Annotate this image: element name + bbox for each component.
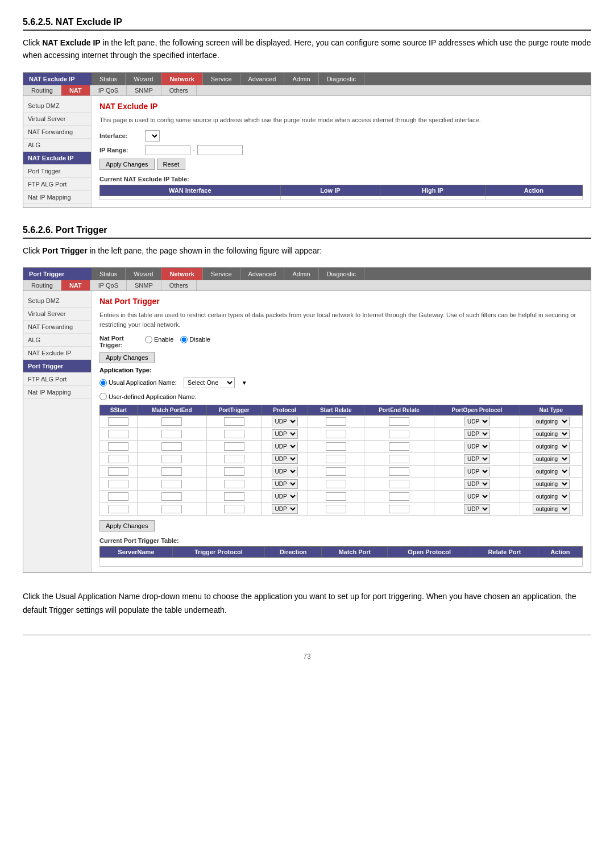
td-portopen-3[interactable]: UDPTCPBoth [434,453,520,466]
td-proto1-3[interactable]: UDPTCPBoth [262,453,308,466]
porttrigger-input-1[interactable] [224,430,244,438]
td-nattype-2[interactable]: outgoingincoming [520,441,582,453]
sidebar-nat-ip-mapping-1[interactable]: Nat IP Mapping [23,191,91,204]
sub-nat-1[interactable]: NAT [61,85,90,95]
nattype-select-2[interactable]: outgoingincoming [533,442,570,451]
nav-network-2[interactable]: Network [161,268,202,280]
proto1-select-3[interactable]: UDPTCPBoth [272,454,298,464]
sidebar-nat-ip-mapping-2[interactable]: Nat IP Mapping [23,386,91,399]
td-nattype-3[interactable]: outgoingincoming [520,453,582,466]
td-matchend-1[interactable] [137,428,206,441]
sstart-input-4[interactable] [108,467,128,476]
sidebar-nat-forwarding-2[interactable]: NAT Forwarding [23,321,91,334]
startrelate-input-4[interactable] [326,467,346,476]
startrelate-input-2[interactable] [326,442,346,451]
portendrelate-input-1[interactable] [389,430,409,438]
matchend-input-7[interactable] [161,505,182,513]
td-sstart-6[interactable] [100,491,138,503]
apply-changes-btn-1[interactable]: Apply Changes [99,159,155,170]
sidebar-virtual-server-1[interactable]: Virtual Server [23,113,91,126]
porttrigger-input-7[interactable] [224,505,244,513]
usual-app-radio-label[interactable]: Usual Application Name: [99,379,177,387]
nav-diagnostic-1[interactable]: Diagnostic [319,73,364,85]
td-nattype-5[interactable]: outgoingincoming [520,478,582,491]
td-proto1-1[interactable]: UDPTCPBoth [262,428,308,441]
nav-advanced-1[interactable]: Advanced [240,73,285,85]
nav-admin-2[interactable]: Admin [284,268,318,280]
sidebar-nat-exclude-ip-1[interactable]: NAT Exclude IP [23,152,91,165]
portendrelate-input-6[interactable] [389,492,409,501]
td-portendrelate-5[interactable] [364,478,434,491]
disable-radio[interactable] [180,336,188,343]
portopen-select-2[interactable]: UDPTCPBoth [464,442,490,451]
startrelate-input-6[interactable] [326,492,346,501]
proto1-select-5[interactable]: UDPTCPBoth [272,479,298,489]
td-portopen-0[interactable]: UDPTCPBoth [434,416,520,428]
sidebar-alg-1[interactable]: ALG [23,139,91,152]
td-sstart-5[interactable] [100,478,138,491]
portendrelate-input-4[interactable] [389,467,409,476]
td-nattype-0[interactable]: outgoingincoming [520,416,582,428]
td-proto1-4[interactable]: UDPTCPBoth [262,466,308,478]
proto1-select-6[interactable]: UDPTCPBoth [272,492,298,501]
sub-nat-2[interactable]: NAT [61,280,90,290]
matchend-input-5[interactable] [161,480,182,488]
td-nattype-1[interactable]: outgoingincoming [520,428,582,441]
td-startrelate-0[interactable] [308,416,364,428]
sstart-input-6[interactable] [108,492,128,501]
sub-routing-1[interactable]: Routing [23,85,61,95]
sstart-input-5[interactable] [108,480,128,488]
td-portopen-6[interactable]: UDPTCPBoth [434,491,520,503]
nav-advanced-2[interactable]: Advanced [240,268,285,280]
portendrelate-input-7[interactable] [389,505,409,513]
td-startrelate-2[interactable] [308,441,364,453]
td-startrelate-1[interactable] [308,428,364,441]
sidebar-nat-forwarding-1[interactable]: NAT Forwarding [23,126,91,139]
nattype-select-5[interactable]: outgoingincoming [533,479,570,489]
td-portendrelate-3[interactable] [364,453,434,466]
sub-routing-2[interactable]: Routing [23,280,61,290]
nattype-select-0[interactable]: outgoingincoming [533,417,570,426]
sstart-input-0[interactable] [108,417,128,426]
porttrigger-input-6[interactable] [224,492,244,501]
td-nattype-4[interactable]: outgoingincoming [520,466,582,478]
td-portopen-4[interactable]: UDPTCPBoth [434,466,520,478]
nav-network-1[interactable]: Network [161,73,202,85]
td-portendrelate-2[interactable] [364,441,434,453]
startrelate-input-1[interactable] [326,430,346,438]
porttrigger-input-5[interactable] [224,480,244,488]
td-sstart-0[interactable] [100,416,138,428]
td-proto1-6[interactable]: UDPTCPBoth [262,491,308,503]
apply-changes-btn-2a[interactable]: Apply Changes [99,352,155,363]
td-startrelate-6[interactable] [308,491,364,503]
portendrelate-input-5[interactable] [389,480,409,488]
sidebar-port-trigger-1[interactable]: Port Trigger [23,165,91,178]
td-matchend-5[interactable] [137,478,206,491]
reset-btn-1[interactable]: Reset [157,159,186,170]
sidebar-ftp-alg-port-1[interactable]: FTP ALG Port [23,178,91,191]
nav-wizard-2[interactable]: Wizard [126,268,161,280]
proto1-select-0[interactable]: UDPTCPBoth [272,417,298,426]
ip-range-end[interactable] [197,145,243,155]
td-porttrigger-4[interactable] [206,466,261,478]
sidebar-alg-2[interactable]: ALG [23,334,91,347]
sidebar-nat-exclude-ip-2[interactable]: NAT Exclude IP [23,347,91,360]
nav-service-1[interactable]: Service [203,73,240,85]
td-sstart-4[interactable] [100,466,138,478]
portopen-select-5[interactable]: UDPTCPBoth [464,479,490,489]
ip-range-start[interactable] [145,145,190,155]
usual-app-radio[interactable] [99,379,107,387]
disable-radio-label[interactable]: Disable [180,336,210,343]
sstart-input-7[interactable] [108,505,128,513]
nav-diagnostic-2[interactable]: Diagnostic [319,268,364,280]
td-matchend-7[interactable] [137,503,206,516]
enable-radio[interactable] [145,336,152,343]
sstart-input-2[interactable] [108,442,128,451]
td-matchend-4[interactable] [137,466,206,478]
sstart-input-3[interactable] [108,455,128,463]
nattype-select-7[interactable]: outgoingincoming [533,504,570,514]
nattype-select-4[interactable]: outgoingincoming [533,467,570,476]
portopen-select-4[interactable]: UDPTCPBoth [464,467,490,476]
td-nattype-7[interactable]: outgoingincoming [520,503,582,516]
td-portendrelate-6[interactable] [364,491,434,503]
